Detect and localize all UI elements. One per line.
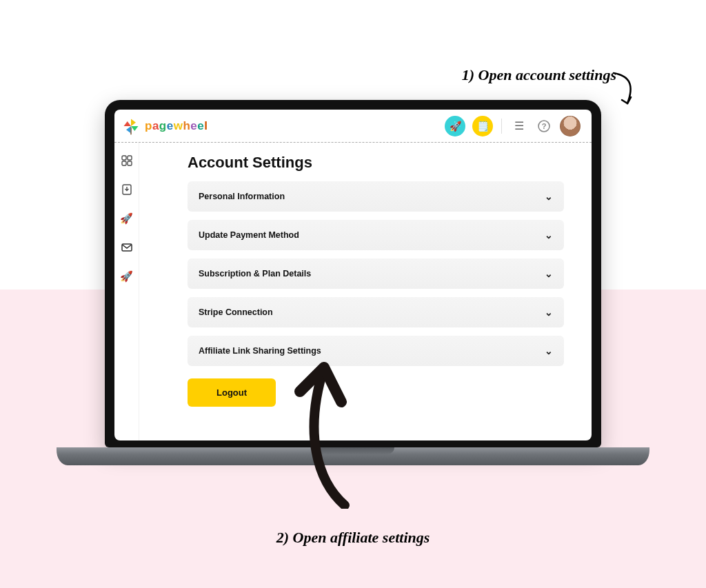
chevron-down-icon: ⌄ xyxy=(545,307,553,318)
chevron-down-icon: ⌄ xyxy=(545,345,553,356)
section-affiliate[interactable]: Affiliate Link Sharing Settings ⌄ xyxy=(188,336,564,366)
section-update-payment[interactable]: Update Payment Method ⌄ xyxy=(188,220,564,250)
svg-rect-3 xyxy=(122,156,126,160)
sidebar-item-dashboard[interactable] xyxy=(119,152,135,169)
chevron-down-icon: ⌄ xyxy=(545,268,553,279)
app-screen: pagewheel 🚀 🗒️ ☰ xyxy=(114,110,592,440)
divider xyxy=(501,119,502,134)
laptop-mockup: pagewheel 🚀 🗒️ ☰ xyxy=(105,100,601,465)
rocket-button[interactable]: 🚀 xyxy=(445,116,465,136)
pinwheel-logo-icon xyxy=(121,116,141,136)
help-icon: ? xyxy=(538,120,550,132)
laptop-base xyxy=(57,447,649,465)
logout-button[interactable]: Logout xyxy=(188,378,276,407)
app-body: 🚀 🚀 Account Settings P xyxy=(114,143,592,440)
laptop-frame: pagewheel 🚀 🗒️ ☰ xyxy=(105,100,601,447)
page-title: Account Settings xyxy=(188,154,564,172)
dashboard-icon xyxy=(121,155,132,166)
section-label: Personal Information xyxy=(199,192,285,201)
laptop-notch xyxy=(312,447,394,454)
mail-icon xyxy=(121,242,132,253)
sidebar-item-download[interactable] xyxy=(119,181,135,198)
brand-name: pagewheel xyxy=(145,119,208,133)
svg-rect-5 xyxy=(122,161,126,165)
download-icon xyxy=(121,184,132,195)
annotation-step2: 2) Open affiliate settings xyxy=(276,529,430,547)
content: Account Settings Personal Information ⌄ … xyxy=(139,143,592,440)
help-button[interactable]: ? xyxy=(535,117,553,135)
section-label: Stripe Connection xyxy=(199,307,273,317)
list-icon: ☰ xyxy=(514,119,524,132)
rocket-icon: 🚀 xyxy=(450,121,461,132)
rocket-icon: 🚀 xyxy=(120,270,133,283)
annotation-step1: 1) Open account settings xyxy=(462,66,616,84)
section-stripe[interactable]: Stripe Connection ⌄ xyxy=(188,297,564,327)
svg-text:?: ? xyxy=(542,122,547,130)
section-subscription[interactable]: Subscription & Plan Details ⌄ xyxy=(188,258,564,289)
svg-rect-6 xyxy=(128,161,132,165)
svg-rect-4 xyxy=(128,156,132,160)
section-label: Update Payment Method xyxy=(199,230,299,240)
chevron-down-icon: ⌄ xyxy=(545,230,553,241)
rocket-icon: 🚀 xyxy=(120,212,133,225)
topbar: pagewheel 🚀 🗒️ ☰ xyxy=(114,110,592,143)
sidebar: 🚀 🚀 xyxy=(114,143,139,440)
document-icon: 🗒️ xyxy=(477,121,489,132)
sidebar-item-mail[interactable] xyxy=(119,239,135,256)
brand[interactable]: pagewheel xyxy=(121,116,208,136)
topbar-right: 🚀 🗒️ ☰ ? xyxy=(445,116,581,136)
section-label: Affiliate Link Sharing Settings xyxy=(199,346,321,356)
section-label: Subscription & Plan Details xyxy=(199,269,311,278)
section-personal-information[interactable]: Personal Information ⌄ xyxy=(188,181,564,212)
annotation-arrow-1 xyxy=(611,70,638,108)
sidebar-item-launch-2[interactable]: 🚀 xyxy=(119,268,135,285)
list-button[interactable]: ☰ xyxy=(510,117,528,135)
sidebar-item-launch[interactable]: 🚀 xyxy=(119,210,135,227)
chevron-down-icon: ⌄ xyxy=(545,191,553,202)
notes-button[interactable]: 🗒️ xyxy=(472,116,493,136)
avatar-button[interactable] xyxy=(560,116,581,136)
